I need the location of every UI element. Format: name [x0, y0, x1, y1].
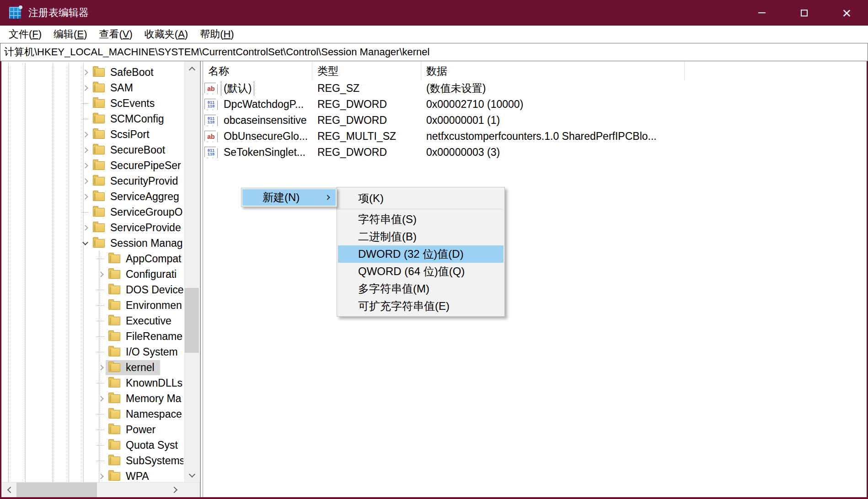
tree-selection: kernel — [106, 360, 160, 375]
context-menu-item-qword-64-q[interactable]: QWORD (64 位)值(Q) — [338, 263, 504, 280]
context-menu-item-s[interactable]: 字符串值(S) — [338, 211, 504, 228]
folder-icon — [108, 270, 120, 279]
tree-item-session-manag[interactable]: Session Manag — [1, 235, 183, 251]
menu-item-v[interactable]: 查看(V) — [93, 27, 138, 41]
tree-item-executive[interactable]: Executive — [1, 313, 183, 329]
value-data: 0x00000003 (3) — [421, 146, 867, 159]
tree-item-securepipeser[interactable]: SecurePipeSer — [1, 158, 183, 173]
tree-expander-icon[interactable] — [79, 128, 91, 140]
context-menu-item-new[interactable]: 新建(N) — [242, 189, 336, 206]
value-list-header: 名称 类型 数据 — [203, 61, 867, 80]
scroll-up-button[interactable] — [185, 61, 199, 76]
tree-item-serviceprovide[interactable]: ServiceProvide — [1, 220, 183, 235]
column-header-name[interactable]: 名称 — [203, 61, 312, 80]
tree-expander-icon[interactable] — [79, 144, 91, 156]
list-row[interactable]: DpcWatchdogP...REG_DWORD0x00002710 (1000… — [203, 96, 867, 112]
tree-expander-icon[interactable] — [79, 222, 91, 234]
tree-item-subsystems[interactable]: SubSystems — [1, 453, 183, 468]
tree-expander-icon[interactable] — [95, 268, 107, 280]
menu-item-h[interactable]: 帮助(H) — [194, 27, 240, 41]
list-row[interactable]: obcaseinsensitiveREG_DWORD0x00000001 (1) — [203, 112, 867, 128]
tree-expander-icon[interactable] — [95, 470, 107, 482]
context-menu-item-b[interactable]: 二进制值(B) — [338, 228, 504, 245]
folder-icon — [93, 223, 105, 232]
tree-expander-icon[interactable] — [79, 237, 91, 249]
tree-connector — [95, 346, 107, 358]
scroll-right-icon — [171, 487, 177, 493]
tree-item-label: Power — [122, 424, 155, 436]
tree-expander-icon[interactable] — [95, 361, 107, 373]
folder-icon — [93, 130, 105, 139]
tree-item-namespace[interactable]: Namespace — [1, 406, 183, 422]
list-row[interactable]: ObUnsecureGlo...REG_MULTI_SZnetfxcustomp… — [203, 128, 867, 144]
address-bar[interactable]: 计算机\HKEY_LOCAL_MACHINE\SYSTEM\CurrentCon… — [0, 43, 868, 62]
menu-item-e[interactable]: 编辑(E) — [48, 27, 93, 41]
tree-item-scmconfig[interactable]: SCMConfig — [1, 111, 183, 127]
menu-item-f[interactable]: 文件(F) — [3, 27, 48, 41]
tree-connector — [95, 253, 107, 265]
value-name: (默认) — [221, 81, 254, 96]
maximize-button[interactable] — [783, 0, 825, 26]
tree-expander-icon[interactable] — [79, 191, 91, 202]
tree-item-scsiport[interactable]: ScsiPort — [1, 127, 183, 142]
tree-item-memory-ma[interactable]: Memory Ma — [1, 391, 183, 406]
folder-icon — [108, 317, 120, 325]
tree-item-scevents[interactable]: ScEvents — [1, 96, 183, 111]
tree-item-label: SecurityProvid — [107, 175, 178, 187]
vertical-scrollbar-thumb[interactable] — [185, 288, 199, 353]
context-menu-item-m[interactable]: 多字符串值(M) — [338, 280, 504, 297]
scroll-right-button[interactable] — [168, 483, 182, 497]
tree-item-dos-device[interactable]: DOS Device — [1, 282, 183, 297]
tree-item-serviceaggreg[interactable]: ServiceAggreg — [1, 189, 183, 204]
tree-item-wpa[interactable]: WPA — [1, 468, 183, 482]
tree-expander-icon[interactable] — [79, 66, 91, 78]
pane-splitter[interactable] — [200, 61, 203, 497]
tree-item-secureboot[interactable]: SecureBoot — [1, 142, 183, 158]
column-header-type[interactable]: 类型 — [312, 61, 421, 80]
tree-item-power[interactable]: Power — [1, 422, 183, 437]
horizontal-scrollbar-thumb[interactable] — [16, 483, 97, 497]
context-menu-item-k[interactable]: 项(K) — [338, 189, 504, 207]
list-row[interactable]: SeTokenSinglet...REG_DWORD0x00000003 (3) — [203, 144, 867, 160]
tree-item-label: Namespace — [122, 408, 182, 420]
tree-connector — [79, 113, 91, 125]
tree-item-configurati[interactable]: Configurati — [1, 266, 183, 282]
tree-item-i-o-system[interactable]: I/O System — [1, 344, 183, 360]
column-header-data[interactable]: 数据 — [421, 61, 685, 80]
close-button[interactable] — [825, 0, 868, 26]
tree-item-label: SubSystems — [122, 455, 183, 467]
tree-item-label: SecureBoot — [107, 144, 165, 156]
context-submenu: 项(K)字符串值(S)二进制值(B)DWORD (32 位)值(D)QWORD … — [337, 187, 505, 317]
tree-item-quota-syst[interactable]: Quota Syst — [1, 437, 183, 453]
tree-expander-icon[interactable] — [95, 393, 107, 404]
tree-expander-icon[interactable] — [79, 175, 91, 187]
list-row[interactable]: (默认)REG_SZ(数值未设置) — [203, 80, 867, 96]
tree-item-securityprovid[interactable]: SecurityProvid — [1, 173, 183, 189]
tree-connector — [79, 206, 91, 218]
tree-connector — [95, 439, 107, 451]
tree-item-environmen[interactable]: Environmen — [1, 297, 183, 313]
scroll-down-button[interactable] — [185, 468, 199, 483]
tree-item-knowndlls[interactable]: KnownDLLs — [1, 375, 183, 391]
tree-item-label: SafeBoot — [107, 66, 154, 79]
tree-expander-icon[interactable] — [79, 159, 91, 171]
tree-horizontal-scrollbar[interactable] — [1, 482, 200, 497]
tree-item-filerename[interactable]: FileRename — [1, 329, 183, 344]
close-icon — [842, 5, 852, 21]
tree-connector — [95, 408, 107, 420]
tree-item-label: kernel — [122, 361, 155, 374]
context-menu-item-e[interactable]: 可扩充字符串值(E) — [338, 297, 504, 315]
tree-item-appcompat[interactable]: AppCompat — [1, 251, 183, 266]
tree-expander-icon[interactable] — [79, 82, 91, 94]
context-menu-item-dword-32-d[interactable]: DWORD (32 位)值(D) — [338, 245, 504, 263]
folder-icon — [108, 394, 120, 403]
scroll-left-button[interactable] — [2, 483, 17, 497]
tree-item-sam[interactable]: SAM — [1, 80, 183, 96]
tree-item-label: ScsiPort — [107, 128, 150, 141]
tree-item-servicegroupo[interactable]: ServiceGroupO — [1, 204, 183, 220]
minimize-button[interactable] — [740, 0, 783, 26]
tree-item-safeboot[interactable]: SafeBoot — [1, 64, 183, 80]
tree-item-kernel[interactable]: kernel — [1, 360, 183, 375]
menu-item-a[interactable]: 收藏夹(A) — [139, 27, 194, 41]
tree-vertical-scrollbar[interactable] — [184, 61, 199, 483]
